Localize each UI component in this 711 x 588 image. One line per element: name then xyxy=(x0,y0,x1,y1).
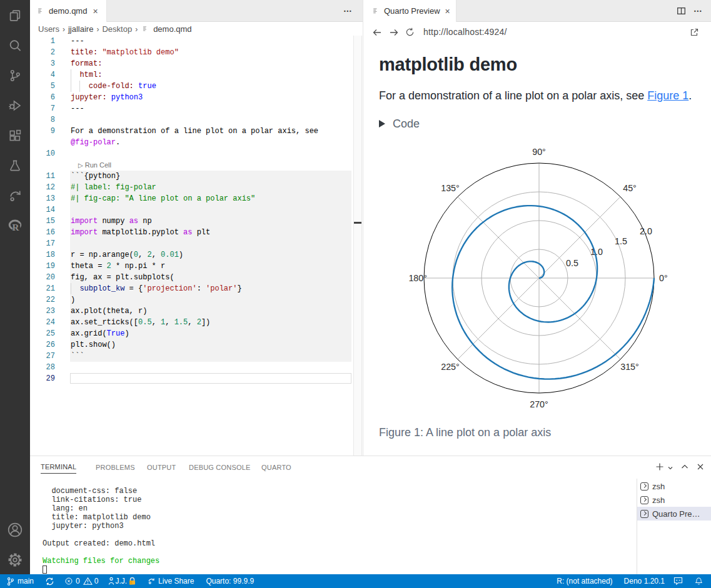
svg-text:135°: 135° xyxy=(441,183,460,193)
svg-text:R: R xyxy=(13,222,19,232)
svg-text:1.5: 1.5 xyxy=(615,236,627,246)
svg-text:0°: 0° xyxy=(659,273,668,283)
svg-text:180°: 180° xyxy=(408,273,427,283)
svg-text:1.0: 1.0 xyxy=(590,247,603,257)
svg-text:315°: 315° xyxy=(620,362,639,372)
svg-text:2.0: 2.0 xyxy=(640,226,652,236)
svg-text:90°: 90° xyxy=(532,147,546,157)
svg-text:225°: 225° xyxy=(441,362,460,372)
svg-text:270°: 270° xyxy=(530,399,548,409)
svg-text:0.5: 0.5 xyxy=(566,258,578,268)
svg-text:45°: 45° xyxy=(623,183,637,193)
